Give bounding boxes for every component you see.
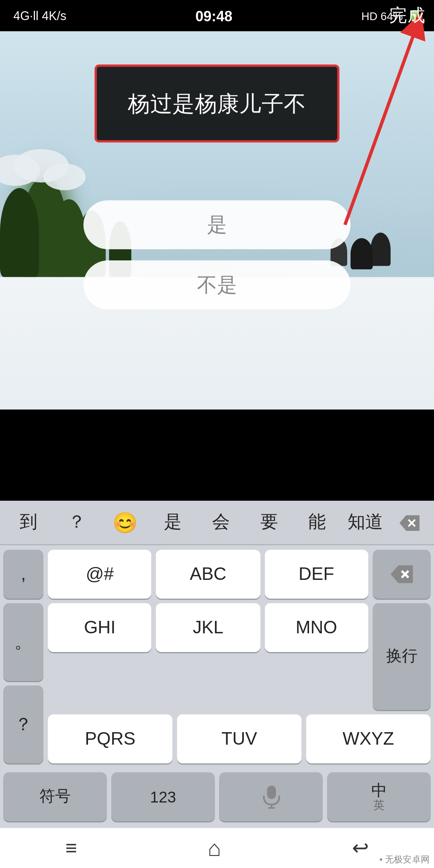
key-abc[interactable]: ABC [156, 550, 260, 599]
pred-item-5[interactable]: 要 [245, 501, 293, 544]
key-def[interactable]: DEF [264, 550, 368, 599]
key-at-hash[interactable]: @# [48, 550, 151, 599]
nav-menu-icon[interactable]: ≡ [66, 836, 77, 860]
mic-key[interactable] [219, 772, 323, 821]
question-box: 杨过是杨康儿子不 [94, 65, 339, 143]
pred-item-3[interactable]: 是 [149, 501, 197, 544]
pred-item-0[interactable]: 到 [4, 501, 53, 544]
status-time: 09:48 [195, 7, 232, 24]
punct-col-1: , [3, 550, 43, 599]
done-button[interactable]: 完成 [389, 4, 425, 28]
question-text: 杨过是杨康儿子不 [128, 88, 306, 119]
image-area: 杨过是杨康儿子不 是 不是 [0, 31, 434, 410]
pred-item-6[interactable]: 能 [293, 501, 342, 544]
status-bar: 4G·ll 4K/s 09:48 HD 64% 🔋 [0, 0, 434, 31]
nav-home-icon[interactable]: ⌂ [208, 835, 221, 861]
pred-item-4[interactable]: 会 [197, 501, 245, 544]
watermark: • 无极安卓网 [379, 854, 430, 866]
revert-key[interactable]: 换行 [373, 603, 431, 710]
pred-item-7[interactable]: 知道 [341, 501, 389, 544]
keyboard-rows: , @# ABC DEF 。 ？ [0, 545, 434, 768]
pred-item-2[interactable]: 😊 [101, 501, 149, 544]
key-jkl[interactable]: JKL [156, 603, 260, 652]
key-ghi[interactable]: GHI [48, 603, 151, 652]
num-key[interactable]: 123 [111, 772, 215, 821]
keyboard-area: 到 ？ 😊 是 会 要 能 知道 , @# ABC DEF [0, 501, 434, 868]
zh-en-key[interactable]: 中 英 [327, 772, 431, 821]
nav-bar: ≡ ⌂ ↩ • 无极安卓网 [0, 828, 434, 868]
punct-period[interactable]: 。 [3, 603, 43, 681]
en-label: 英 [373, 799, 385, 813]
pred-item-1[interactable]: ？ [53, 501, 101, 544]
key-pqrs[interactable]: PQRS [48, 714, 172, 764]
signal-text: 4G·ll 4K/s [13, 9, 66, 22]
keyboard-bottom-row: 符号 123 中 英 [0, 768, 434, 828]
answer-no[interactable]: 不是 [84, 260, 351, 309]
nav-back-icon[interactable]: ↩ [352, 836, 369, 860]
svg-rect-6 [266, 786, 275, 799]
answer-yes[interactable]: 是 [84, 200, 351, 249]
key-wxyz[interactable]: WXYZ [306, 714, 431, 764]
key-mno[interactable]: MNO [264, 603, 368, 652]
punct-question[interactable]: ？ [3, 686, 43, 764]
punct-col-2: 。 ？ [3, 603, 43, 764]
key-tuv[interactable]: TUV [177, 714, 301, 764]
predictive-bar: 到 ？ 😊 是 会 要 能 知道 [0, 501, 434, 545]
punct-comma[interactable]: , [3, 550, 43, 599]
pred-delete-button[interactable] [389, 514, 430, 531]
delete-key[interactable] [373, 550, 431, 599]
zh-label: 中 [371, 781, 387, 800]
answer-buttons: 是 不是 [84, 200, 351, 309]
fuhao-key[interactable]: 符号 [3, 772, 107, 821]
status-left: 4G·ll 4K/s [13, 9, 66, 22]
